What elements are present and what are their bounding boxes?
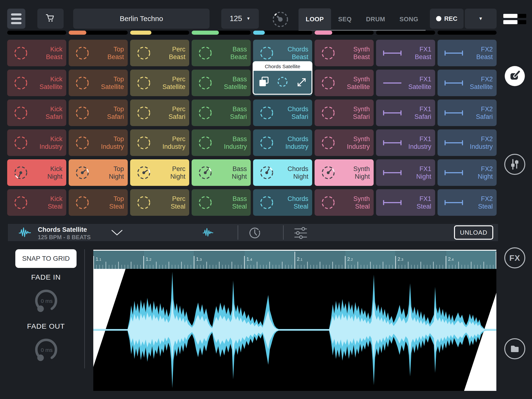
timeline-ruler[interactable]: 1.11.21.31.42.12.22.32.4 [93,250,496,269]
pad-label: TopNight [109,165,124,180]
pad-kick-satellite[interactable]: KickSatellite [7,70,66,96]
loop-circle-icon [320,45,336,61]
pad-kick-steal[interactable]: KickSteal [7,189,66,216]
mixer-icon[interactable] [503,14,526,26]
mode-tabs: LOOP SEQ DRUM SONG [298,9,425,31]
pad-label: ChordsSteal [288,195,308,210]
pad-label: TopIndustry [101,135,124,151]
record-button[interactable]: REC [430,9,464,29]
pad-top-night[interactable]: TopNight [69,159,128,186]
pad-fx2-beast[interactable]: FX2Beast [437,40,497,66]
pad-fx1-safari[interactable]: FX1Safari [376,100,435,126]
pad-fx2-night[interactable]: FX2Night [437,159,497,186]
pad-fx1-satellite[interactable]: FX1Satellite [376,70,435,96]
tab-drum[interactable]: DRUM [359,8,392,30]
tab-sample-timing[interactable] [248,226,261,241]
pad-label: FX2Night [478,165,493,180]
pad-bass-beast[interactable]: BassBeast [192,40,251,66]
pad-top-beast[interactable]: TopBeast [69,40,128,66]
pad-fx2-safari[interactable]: FX2Safari [437,100,497,126]
sample-picker-chevron-icon[interactable] [111,229,123,237]
unload-button[interactable]: UNLOAD [454,225,493,240]
pad-perc-steal[interactable]: PercSteal [130,189,189,216]
store-button[interactable] [37,9,64,29]
pad-fx1-steal[interactable]: FX1Steal [376,189,435,216]
sample-name: Chords Satellite [38,226,87,234]
fade-out-label: FADE OUT [8,322,84,330]
pad-fx2-industry[interactable]: FX2Industry [437,129,497,156]
pad-fx2-steal[interactable]: FX2Steal [437,189,497,216]
fade-out-knob[interactable]: 0 ms [32,336,60,363]
pad-label: BassSafari [230,105,247,120]
loop-circle-icon[interactable] [276,76,289,89]
pad-perc-night[interactable]: PercNight [130,159,189,186]
remix-app: Berlin Techno 125 ▼ LOOP SEQ DRUM SONG R… [0,0,532,399]
pad-chords-industry[interactable]: ChordsIndustry [253,129,312,156]
fx-range-icon [382,48,403,58]
pad-chords-safari[interactable]: ChordsSafari [253,100,312,126]
pad-chords-night[interactable]: ChordsNight [253,159,312,186]
pad-synth-safari[interactable]: SynthSafari [315,100,374,126]
pad-bass-steal[interactable]: BassSteal [192,189,251,216]
pad-synth-satellite[interactable]: SynthSatellite [315,70,374,96]
copy-icon[interactable] [258,76,270,89]
pad-bass-satellite[interactable]: BassSatellite [192,70,251,96]
bpm-selector[interactable]: 125 ▼ [221,9,259,29]
pad-bass-safari[interactable]: BassSafari [192,100,251,126]
metronome-dial[interactable] [271,10,289,29]
pad-kick-beast[interactable]: KickBeast [7,40,66,66]
pad-synth-beast[interactable]: SynthBeast [315,40,374,66]
pad-perc-satellite[interactable]: PercSatellite [130,70,189,96]
pad-label: SynthSteal [353,195,370,210]
pad-perc-beast[interactable]: PercBeast [130,40,189,66]
fx-button[interactable]: FX [504,247,525,268]
fade-in-value: 0 ms [41,298,53,304]
library-button[interactable] [504,338,525,359]
pad-top-safari[interactable]: TopSafari [69,100,128,126]
tab-seq[interactable]: SEQ [331,8,359,30]
pad-top-steal[interactable]: TopSteal [69,189,128,216]
channel-mixer-button[interactable] [504,154,525,175]
edit-icon [508,69,521,83]
pad-fx1-night[interactable]: FX1Night [376,159,435,186]
pad-perc-industry[interactable]: PercIndustry [130,129,189,156]
tab-waveform-edit[interactable] [202,226,215,240]
fx-label: FX [509,253,520,263]
loop-circle-icon [136,195,152,210]
pad-kick-night[interactable]: KickNight [7,159,66,186]
swap-icon[interactable] [295,76,307,89]
fade-in-knob[interactable]: 0 ms [32,287,60,314]
pad-label: ChordsIndustry [285,135,308,151]
pad-perc-safari[interactable]: PercSafari [130,100,189,126]
pad-synth-steal[interactable]: SynthSteal [315,189,374,216]
column-progress-bass [192,31,251,35]
pad-kick-safari[interactable]: KickSafari [7,100,66,126]
column-progress-perc [130,31,189,35]
pad-label: FX2Safari [476,105,493,120]
playing-loop-icon [136,165,152,181]
pad-top-satellite[interactable]: TopSatellite [69,70,128,96]
pad-synth-industry[interactable]: SynthIndustry [315,129,374,156]
playing-loop-icon [13,165,29,181]
pad-kick-industry[interactable]: KickIndustry [7,129,66,156]
pad-chords-steal[interactable]: ChordsSteal [253,189,312,216]
pad-top-industry[interactable]: TopIndustry [69,129,128,156]
pad-bass-industry[interactable]: BassIndustry [192,129,251,156]
edit-pads-button[interactable] [505,66,525,86]
record-options-button[interactable]: ▼ [465,9,497,29]
pad-column-fx2: FX2BeastFX2SatelliteFX2SafariFX2Industry… [437,31,497,216]
menu-button[interactable] [7,9,25,29]
playing-loop-icon [74,165,90,181]
pad-fx2-satellite[interactable]: FX2Satellite [437,70,497,96]
fx-range-icon [382,78,403,88]
tab-loop[interactable]: LOOP [298,8,331,30]
snap-to-grid-button[interactable]: SNAP TO GRID [15,249,76,268]
tab-sample-settings[interactable] [294,226,307,241]
tab-song[interactable]: SONG [392,8,425,30]
waveform-display[interactable] [93,269,496,391]
project-title-field[interactable]: Berlin Techno [73,9,209,29]
pad-fx1-industry[interactable]: FX1Industry [376,129,435,156]
pad-bass-night[interactable]: BassNight [192,159,251,186]
pad-synth-night[interactable]: SynthNight [315,159,374,186]
pad-fx1-beast[interactable]: FX1Beast [376,40,435,66]
